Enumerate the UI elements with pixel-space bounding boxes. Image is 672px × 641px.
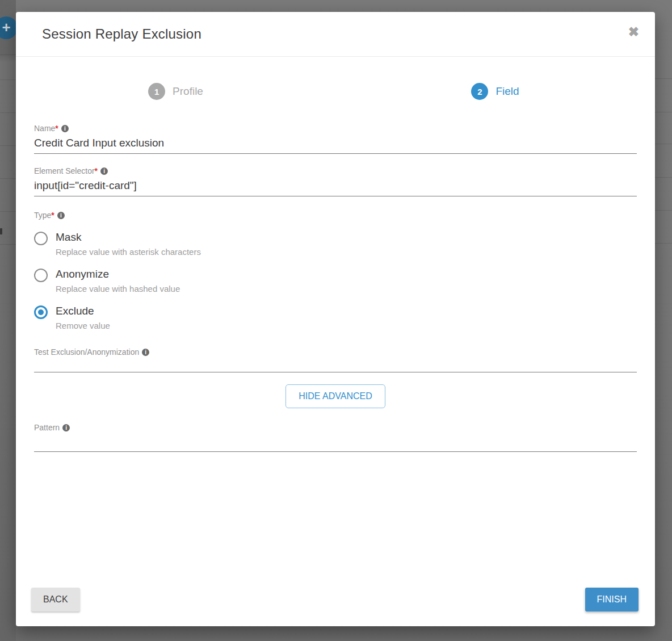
- step-profile-number: 1: [148, 83, 165, 100]
- underlying-text-fragment: [0, 228, 2, 234]
- underlying-row-line: [0, 79, 16, 80]
- pattern-label: Patterni: [34, 423, 637, 432]
- radio-anonymize-description: Replace value with hashed value: [56, 284, 180, 294]
- underlying-row-line: [655, 112, 672, 112]
- underlying-row-line: [0, 244, 16, 245]
- underlying-row-line: [655, 177, 672, 178]
- radio-option-exclude[interactable]: Exclude Remove value: [34, 305, 637, 330]
- step-profile[interactable]: 1 Profile: [16, 83, 335, 100]
- dialog-footer: BACK FINISH: [31, 588, 639, 611]
- element-selector-field-group: Element Selector*i input[id="credit-card…: [34, 166, 637, 196]
- step-field-number: 2: [471, 83, 488, 100]
- radio-exclude-description: Remove value: [56, 321, 110, 330]
- underlying-row-line: [655, 78, 672, 79]
- info-icon[interactable]: i: [142, 349, 149, 356]
- close-icon[interactable]: ✖: [628, 26, 639, 39]
- wizard-steps: 1 Profile 2 Field: [16, 83, 655, 100]
- underlying-row-line: [0, 145, 16, 146]
- exclusion-form: Name*i Credit Card Input exclusion Eleme…: [16, 124, 655, 452]
- add-button[interactable]: +: [0, 16, 18, 39]
- underlying-row-line: [0, 211, 16, 212]
- radio-anonymize-label: Anonymize: [56, 268, 180, 280]
- info-icon[interactable]: i: [100, 167, 108, 175]
- dialog-header: Session Replay Exclusion ✖: [16, 12, 655, 57]
- radio-mask-description: Replace value with asterisk characters: [56, 247, 201, 257]
- pattern-input[interactable]: [34, 433, 637, 452]
- hide-advanced-button[interactable]: HIDE ADVANCED: [285, 384, 385, 408]
- finish-button[interactable]: FINISH: [585, 588, 639, 611]
- info-icon[interactable]: i: [61, 125, 69, 132]
- required-marker: *: [51, 211, 54, 220]
- step-field-label: Field: [495, 85, 519, 98]
- radio-option-anonymize[interactable]: Anonymize Replace value with hashed valu…: [34, 268, 637, 294]
- underlying-row-line: [0, 178, 16, 179]
- page-overlay-shade: [0, 0, 16, 641]
- name-field-group: Name*i Credit Card Input exclusion: [34, 124, 637, 154]
- required-marker: *: [55, 124, 58, 133]
- underlying-row-line: [0, 55, 16, 55]
- radio-button-icon[interactable]: [34, 269, 48, 282]
- radio-button-icon[interactable]: [34, 305, 48, 319]
- test-input[interactable]: [34, 358, 637, 372]
- element-selector-input[interactable]: input[id="credit-card"]: [34, 177, 637, 196]
- element-selector-label: Element Selector*i: [34, 166, 637, 175]
- name-label: Name*i: [34, 124, 637, 133]
- back-button[interactable]: BACK: [31, 588, 80, 611]
- type-label: Type*i: [34, 211, 637, 220]
- name-input[interactable]: Credit Card Input exclusion: [34, 134, 637, 154]
- underlying-row-line: [655, 210, 672, 211]
- test-field-group: Test Exclusion/Anonymizationi: [34, 347, 637, 372]
- required-marker: *: [95, 166, 98, 175]
- underlying-row-line: [0, 112, 16, 113]
- info-icon[interactable]: i: [57, 212, 65, 219]
- test-label: Test Exclusion/Anonymizationi: [34, 347, 637, 357]
- info-icon[interactable]: i: [62, 424, 70, 431]
- dialog-title: Session Replay Exclusion: [42, 26, 201, 42]
- underlying-row-line: [655, 144, 672, 144]
- underlying-row-line: [655, 243, 672, 244]
- radio-mask-label: Mask: [56, 231, 201, 244]
- step-field[interactable]: 2 Field: [335, 83, 655, 100]
- radio-option-mask[interactable]: Mask Replace value with asterisk charact…: [34, 231, 637, 257]
- plus-icon: +: [0, 16, 18, 38]
- radio-exclude-label: Exclude: [56, 305, 110, 317]
- session-replay-exclusion-dialog: Session Replay Exclusion ✖ 1 Profile 2 F…: [16, 12, 655, 626]
- step-profile-label: Profile: [173, 85, 203, 98]
- radio-button-icon[interactable]: [34, 232, 48, 245]
- pattern-field-group: Patterni: [34, 423, 637, 452]
